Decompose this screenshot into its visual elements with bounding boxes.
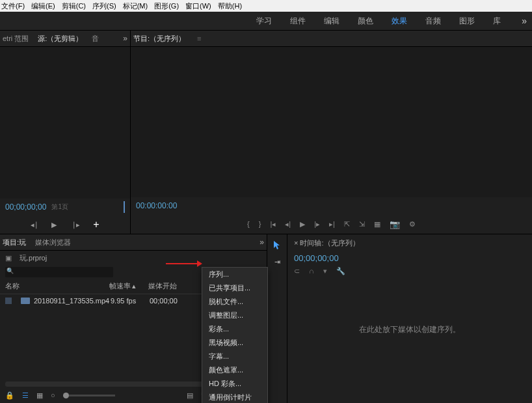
workspace-effects[interactable]: 效果 [392, 16, 407, 27]
linked-selection-icon[interactable]: ∩ [309, 267, 314, 275]
workspace-audio[interactable]: 音频 [425, 16, 441, 27]
marker-icon[interactable]: ▾ [323, 267, 327, 275]
write-lock-icon[interactable]: 🔒 [5, 391, 14, 400]
menu-sequence[interactable]: 序列... [202, 268, 267, 281]
step-forward-icon[interactable]: |▸ [314, 220, 320, 229]
workspace-learn[interactable]: 学习 [256, 16, 272, 27]
project-tab-overflow[interactable]: » [259, 238, 264, 247]
thumbnail-size-slider[interactable] [63, 395, 115, 396]
media-browser-tab[interactable]: 媒体浏览器 [35, 238, 71, 247]
go-to-out-icon[interactable]: ▸| [329, 220, 335, 229]
source-tab-noclip[interactable]: 源:（无剪辑） [38, 34, 83, 44]
menu-offline-file[interactable]: 脱机文件... [202, 295, 267, 309]
freeform-view-icon[interactable]: ○ [51, 391, 55, 399]
source-panel: etri 范围 源:（无剪辑） 音 » 00;00;00;00 第1页 ◂∣ ▶… [0, 31, 131, 234]
menu-help[interactable]: 帮助(H) [218, 1, 242, 11]
new-item-context-menu: 序列... 已共享项目... 脱机文件... 调整图层... 彩条... 黑场视… [202, 267, 268, 403]
program-panel: 节目:（无序列） ≡ 00:00:00:00 { } |◂ ◂| ▶ |▸ ▸|… [131, 31, 532, 234]
menu-adjustment-layer[interactable]: 调整图层... [202, 309, 267, 322]
play-icon[interactable]: ▶ [300, 220, 305, 229]
video-clip-icon [21, 298, 30, 304]
step-forward-icon[interactable]: ∣▸ [72, 221, 80, 229]
workspace-overflow[interactable]: » [522, 16, 527, 26]
mark-out-icon[interactable]: } [259, 220, 261, 228]
column-media-start[interactable]: 媒体开始 [148, 281, 200, 291]
program-tab[interactable]: 节目:（无序列） [133, 34, 185, 44]
snap-icon[interactable]: ⊂ [294, 267, 300, 275]
step-back-icon[interactable]: ◂∣ [31, 221, 38, 229]
source-monitor [0, 47, 130, 199]
app-menubar: 文件(F) 编辑(E) 剪辑(C) 序列(S) 标记(M) 图形(G) 窗口(W… [0, 0, 532, 12]
menu-sequence[interactable]: 序列(S) [92, 1, 116, 11]
settings-icon[interactable]: ⚙ [409, 220, 416, 229]
timeline-timecode[interactable]: 00;00;00;00 [287, 252, 532, 264]
source-tab-audio[interactable]: 音 [92, 34, 99, 44]
workspace-assembly[interactable]: 组件 [290, 16, 306, 27]
workspace-bar: 学习 组件 编辑 颜色 效果 音频 图形 库 » [0, 12, 532, 31]
program-tab-menu-icon[interactable]: ≡ [197, 35, 201, 42]
project-filename: 玩.prproj [20, 253, 47, 263]
source-tab-overflow[interactable]: » [123, 34, 127, 43]
menu-file[interactable]: 文件(F) [1, 1, 25, 11]
icon-view-icon[interactable]: ▦ [36, 391, 43, 400]
go-to-in-icon[interactable]: |◂ [270, 220, 276, 229]
menu-clip[interactable]: 剪辑(C) [62, 1, 86, 11]
program-timecode[interactable]: 00:00:00:00 [136, 201, 177, 210]
program-monitor [131, 47, 532, 197]
list-view-icon[interactable]: ☰ [22, 391, 29, 400]
source-tab-scope[interactable]: etri 范围 [3, 34, 29, 44]
settings-wrench-icon[interactable]: 🔧 [336, 267, 345, 275]
step-back-icon[interactable]: ◂| [285, 220, 291, 229]
play-icon[interactable]: ▶ [51, 221, 59, 229]
menu-countdown[interactable]: 通用倒计时片头... [202, 391, 267, 403]
row-checkbox-icon[interactable] [5, 298, 12, 304]
menu-color-matte[interactable]: 颜色遮罩... [202, 363, 267, 377]
menu-black-video[interactable]: 黑场视频... [202, 336, 267, 350]
sort-arrow-icon: ▴ [132, 282, 136, 290]
menu-window[interactable]: 窗口(W) [185, 1, 211, 11]
timeline-drop-hint: 在此处放下媒体以创建序列。 [359, 324, 460, 335]
bin-icon: ▣ [5, 254, 12, 262]
menu-bars[interactable]: 彩条... [202, 322, 267, 336]
workspace-color[interactable]: 颜色 [358, 16, 373, 27]
source-fit-label[interactable]: 第1页 [51, 202, 68, 212]
track-select-tool-icon[interactable]: ⇥ [272, 257, 282, 267]
menu-caption[interactable]: 字幕... [202, 350, 267, 363]
workspace-graphics[interactable]: 图形 [459, 16, 475, 27]
tools-panel: ⇥ [267, 234, 287, 403]
clip-name: 20180911_173535.mp4 [34, 297, 111, 305]
menu-graphic[interactable]: 图形(G) [154, 1, 179, 11]
column-name[interactable]: 名称 [5, 281, 109, 291]
clip-start: 00;00;00 [150, 297, 202, 305]
source-timecode[interactable]: 00;00;00;00 [5, 202, 46, 212]
timeline-header[interactable]: × 时间轴:（无序列） [287, 234, 532, 252]
auto-sequence-icon[interactable]: ▤ [187, 391, 193, 400]
mark-in-icon[interactable]: { [247, 220, 250, 228]
project-search-input[interactable] [5, 267, 113, 277]
extract-icon[interactable]: ⇲ [359, 220, 365, 229]
menu-edit[interactable]: 编辑(E) [31, 1, 55, 11]
workspace-library[interactable]: 库 [493, 16, 501, 27]
workspace-editing[interactable]: 编辑 [324, 16, 339, 27]
clip-fps: 9.95 fps [111, 297, 150, 305]
menu-shared-project[interactable]: 已共享项目... [202, 281, 267, 295]
project-tab[interactable]: 项目:玩 [3, 238, 26, 247]
export-frame-icon[interactable]: ▦ [374, 220, 380, 229]
menu-hd-bars[interactable]: HD 彩条... [202, 377, 267, 391]
selection-tool-icon[interactable] [272, 240, 282, 250]
column-fps[interactable]: 帧速率▴ [109, 281, 148, 291]
camera-icon[interactable]: 📷 [390, 219, 400, 229]
timeline-panel: × 时间轴:（无序列） 00;00;00;00 ⊂ ∩ ▾ 🔧 在此处放下媒体以… [287, 234, 532, 403]
add-marker-icon[interactable]: + [93, 219, 99, 230]
menu-marker[interactable]: 标记(M) [123, 1, 148, 11]
playhead-marker[interactable] [124, 201, 125, 213]
lift-icon[interactable]: ⇱ [344, 220, 350, 229]
